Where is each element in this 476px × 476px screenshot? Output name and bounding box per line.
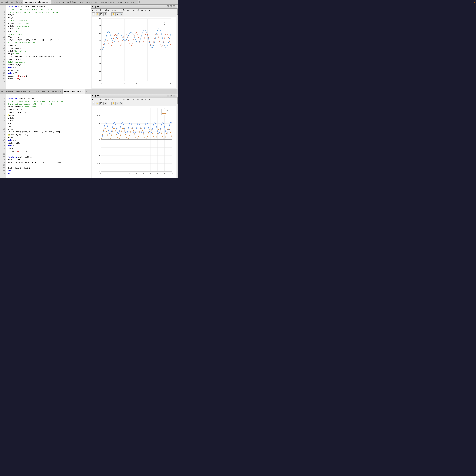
menu-tools[interactable]: Tools — [120, 99, 125, 101]
line-num-19: 19 — [0, 144, 5, 147]
maximize-button[interactable]: □ — [170, 5, 172, 8]
toolbar-pan[interactable]: ✋ — [111, 102, 115, 105]
add-tab-button[interactable]: + — [138, 1, 141, 4]
tab-ode45[interactable]: ode45_Examples.m ✕ — [93, 0, 116, 5]
code-line: f(2,1)=(k*(A*sin(2*pi*f*t)-y(1))-(c*y(2)… — [8, 39, 89, 41]
line-num-16: 16 — [0, 47, 5, 50]
svg-text:t: t — [136, 175, 137, 177]
line-num-9: 9 — [0, 27, 5, 30]
line-num-21: 21 — [0, 150, 5, 153]
svg-text:1.5: 1.5 — [97, 115, 100, 117]
code-line: function dxdt=rhs(t,x) — [8, 156, 89, 158]
code-line: % Function for mass-spring Fluid system — [8, 8, 89, 11]
toolbar-print[interactable]: 🖨 — [103, 102, 107, 105]
tab-massspring[interactable]: MassSpringFluidFunx.m ✕ — [23, 0, 51, 5]
line-num-17: 17 — [0, 139, 5, 142]
top-scroll-thumb[interactable] — [177, 8, 178, 15]
close-button[interactable]: ✕ — [173, 95, 175, 97]
line-num-20: 20 — [0, 147, 5, 150]
menu-window[interactable]: Window — [137, 9, 143, 11]
menu-insert[interactable]: Insert — [111, 9, 118, 11]
toolbar-print[interactable]: 🖨 — [103, 12, 107, 16]
menu-help[interactable]: Help — [145, 99, 150, 101]
svg-text:-40: -40 — [98, 63, 101, 65]
code-line: y0=[0;0]; — [8, 44, 89, 47]
code-line: A=0.5;%in meters — [8, 50, 89, 52]
bottom-tab-solve[interactable]: solveMassSpringFluidFunx.m — [0, 89, 31, 94]
tab-close-icon[interactable]: ✕ — [60, 91, 61, 93]
menu-desktop[interactable]: Desktop — [127, 9, 135, 11]
tab-close-icon[interactable]: ✕ — [38, 91, 39, 93]
bottom-line-numbers: 1 2 3 4 5 6 7 8 9 10 11 12 13 14 15 16 1… — [0, 94, 6, 178]
tab-solve[interactable]: solveMassSpringFluidFunx.m ✕ — [51, 0, 84, 5]
toolbar-pan[interactable]: ✋ — [111, 12, 115, 16]
svg-text:3: 3 — [136, 82, 136, 84]
line-num-27: 27 — [0, 167, 5, 170]
tab-close-icon[interactable]: ✕ — [82, 1, 83, 3]
menu-insert[interactable]: Insert — [111, 99, 118, 101]
toolbar-zoom[interactable]: 🔍 — [119, 12, 123, 16]
code-line: v2=y(2); — [8, 16, 89, 19]
menu-view[interactable]: View — [105, 99, 109, 101]
minimize-button[interactable]: ─ — [167, 5, 169, 8]
toolbar-open[interactable]: 📂 — [96, 102, 99, 105]
tab-label: solveMassSpringFluidFunx.m — [1, 91, 30, 93]
svg-text:3: 3 — [122, 173, 123, 175]
bottom-figure-menubar: File Edit View Insert Tools Desktop Wind… — [91, 98, 176, 101]
tab-close-icon[interactable]: ✕ — [135, 1, 136, 3]
toolbar-save[interactable]: 💾 — [100, 102, 103, 105]
tab-close-icon[interactable]: ✕ — [82, 91, 83, 93]
close-button[interactable]: ✕ — [173, 5, 175, 8]
menu-edit[interactable]: Edit — [99, 99, 103, 101]
code-line: t=0:0.001:10;% time scale — [8, 106, 89, 108]
toolbar-open[interactable]: 📂 — [96, 12, 99, 16]
tab-label: second_oder_ode.m — [1, 1, 20, 3]
bottom-scrollbar[interactable] — [176, 94, 178, 178]
bottom-figure-toolbar: 📄 📂 💾 🖨 | ✋ ↖ 🔍 — [91, 101, 176, 105]
top-code-area[interactable]: function f= MassSpringFluidFunx(t,y) % F… — [6, 5, 91, 89]
menu-desktop[interactable]: Desktop — [127, 99, 135, 101]
menu-edit[interactable]: Edit — [99, 9, 103, 11]
top-scrollbar[interactable] — [176, 5, 178, 89]
bottom-tab-cc[interactable]: cc.m ✕ — [31, 89, 40, 94]
menu-window[interactable]: Window — [137, 99, 143, 101]
bottom-add-tab-button[interactable]: + — [85, 90, 88, 93]
tab-pendulum[interactable]: Pendulum2ndODE.m ✕ — [116, 0, 138, 5]
top-tab-bar: second_oder_ode.m ✕ MassSpringFluidFunx.… — [0, 0, 178, 5]
tab-close-icon[interactable]: ✕ — [113, 1, 114, 3]
line-num-6: 6 — [0, 108, 5, 111]
tab-close-icon[interactable]: ✕ — [21, 1, 22, 3]
toolbar-new[interactable]: 📄 — [92, 102, 95, 105]
restore-button[interactable]: ⧉ — [170, 95, 172, 97]
menu-view[interactable]: View — [105, 9, 109, 11]
code-line: x1=A*sin(2*pi*f*t); — [8, 58, 89, 61]
minimize-button[interactable]: ─ — [167, 95, 169, 97]
bottom-code-area[interactable]: function second_oder_ode % SOLVE d^2x/dt… — [6, 94, 91, 178]
toolbar-cursor[interactable]: ↖ — [115, 102, 119, 105]
bottom-tab-ode45[interactable]: ode45_Examples.m ✕ — [40, 89, 63, 94]
toolbar-save[interactable]: 💾 — [100, 12, 103, 16]
code-line: initial_dxdt = 0; — [8, 111, 89, 114]
tab-second-oder[interactable]: second_oder_ode.m ✕ — [0, 0, 23, 5]
tab-close-icon[interactable]: ✕ — [49, 1, 50, 3]
bottom-scroll-thumb[interactable] — [177, 97, 178, 104]
code-line: % — [8, 164, 89, 167]
svg-text:6: 6 — [170, 82, 171, 84]
line-num-22: 22 — [0, 64, 5, 67]
menu-tools[interactable]: Tools — [120, 9, 125, 11]
tab-close-icon[interactable]: ✕ — [91, 1, 92, 3]
code-line: xlabel('t'); — [8, 147, 89, 150]
menu-file[interactable]: File — [92, 99, 97, 101]
line-num-25: 25 — [0, 72, 5, 75]
line-num-1: 1 — [0, 95, 5, 97]
svg-text:1: 1 — [113, 82, 114, 84]
tab-cc[interactable]: cc.m ✕ — [84, 0, 93, 5]
bottom-tab-pendulum[interactable]: Pendulum2ndODE.m ✕ — [63, 89, 85, 94]
toolbar-zoom[interactable]: 🔍 — [119, 102, 123, 105]
code-line: % This set of ODEs will be solved using … — [8, 11, 89, 14]
toolbar-new[interactable]: 📄 — [92, 12, 95, 16]
menu-help[interactable]: Help — [145, 9, 150, 11]
code-line: z1=A*sin(2*pi*f*t) — [8, 133, 89, 136]
menu-file[interactable]: File — [92, 9, 97, 11]
toolbar-cursor[interactable]: ↖ — [115, 12, 119, 16]
